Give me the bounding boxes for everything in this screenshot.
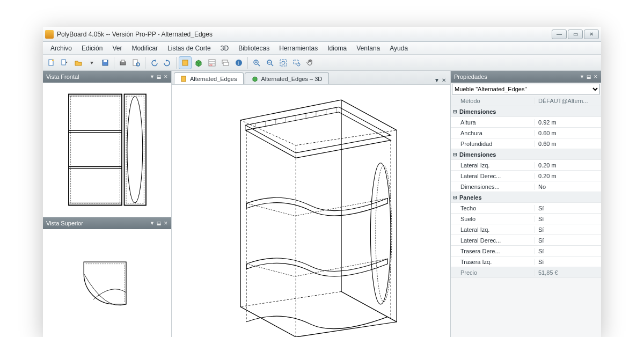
panel-vista-superior-title: Vista Superior xyxy=(46,220,83,226)
menubar: Archivo Edición Ver Modificar Listas de … xyxy=(43,42,601,55)
panel-dropdown-icon[interactable]: ▼ xyxy=(580,74,584,79)
collapse-icon[interactable]: ⊟ xyxy=(451,109,459,114)
vista-superior-viewport[interactable] xyxy=(43,229,171,337)
svg-rect-25 xyxy=(280,60,287,66)
prop-row-panel-lateral-der[interactable]: Lateral Derec...Sí xyxy=(451,235,601,246)
svg-point-42 xyxy=(376,165,392,302)
undo-button[interactable] xyxy=(148,56,160,69)
open-dropdown-button[interactable] xyxy=(85,56,98,69)
toolbar: 20 i xyxy=(43,55,601,71)
menu-edicion[interactable]: Edición xyxy=(77,43,107,53)
svg-rect-40 xyxy=(181,76,186,82)
prop-row-altura[interactable]: Altura0.92 m xyxy=(451,117,601,128)
print-button[interactable] xyxy=(116,56,129,69)
zoom-out-button[interactable] xyxy=(264,56,276,69)
menu-bibliotecas[interactable]: Bibliotecas xyxy=(234,43,274,53)
svg-rect-27 xyxy=(294,60,298,64)
maximize-button[interactable]: ▭ xyxy=(568,30,583,39)
zoom-fit-button[interactable] xyxy=(277,56,290,69)
prop-row-metodo[interactable]: MétodoDÉFAUT@Altern... xyxy=(451,96,601,106)
tab-dropdown-icon[interactable]: ▼ xyxy=(434,77,440,83)
document-tabs: Alternated_Edges Alternated_Edges – 3D ▼… xyxy=(172,71,450,85)
menu-idioma[interactable]: Idioma xyxy=(323,43,351,53)
prop-row-lateral-izq[interactable]: Lateral Izq.0.20 m xyxy=(451,160,601,171)
panel-vista-superior-header[interactable]: Vista Superior ▼⬓✕ xyxy=(43,217,171,229)
vista-frontal-viewport[interactable] xyxy=(43,83,171,217)
main-3d-viewport[interactable] xyxy=(172,85,450,337)
menu-modificar[interactable]: Modificar xyxy=(127,43,162,53)
tab-close-icon[interactable]: ✕ xyxy=(442,77,446,83)
panel-vista-frontal-header[interactable]: Vista Frontal ▼⬓✕ xyxy=(43,71,171,83)
menu-3d[interactable]: 3D xyxy=(216,43,233,53)
prop-row-techo[interactable]: TechoSí xyxy=(451,203,601,214)
print-preview-button[interactable] xyxy=(130,56,143,69)
pin-icon[interactable]: ⬓ xyxy=(157,221,162,226)
new-file-arrow-button[interactable] xyxy=(58,56,71,69)
menu-herramientas[interactable]: Herramientas xyxy=(275,43,322,53)
view-3d-button[interactable] xyxy=(192,56,205,69)
tab-label: Alternated_Edges – 3D xyxy=(261,76,322,82)
svg-rect-9 xyxy=(182,60,188,65)
collapse-icon[interactable]: ⊟ xyxy=(451,152,459,157)
view-2d-button[interactable] xyxy=(179,56,192,69)
prop-row-anchura[interactable]: Anchura0.60 m xyxy=(451,128,601,138)
zoom-window-button[interactable] xyxy=(290,56,303,69)
prop-row-suelo[interactable]: SueloSí xyxy=(451,214,601,224)
prop-row-dimensiones-flag[interactable]: Dimensiones...No xyxy=(451,181,601,192)
pin-icon[interactable]: ⬓ xyxy=(587,74,591,79)
panel-dropdown-icon[interactable]: ▼ xyxy=(150,74,155,79)
tab-alternated-edges[interactable]: Alternated_Edges xyxy=(174,72,244,84)
prop-group-paneles[interactable]: ⊟Paneles xyxy=(451,192,601,203)
zoom-in-button[interactable] xyxy=(250,56,263,69)
prop-group-dimensiones-2[interactable]: ⊟Dimensiones xyxy=(451,149,601,160)
close-button[interactable]: ✕ xyxy=(584,30,599,39)
window-title: PolyBoard 4.05k -- Versión Pro-PP - Alte… xyxy=(57,31,552,38)
new-file-button[interactable] xyxy=(45,56,58,69)
panel-propiedades-title: Propiedades xyxy=(454,74,487,80)
info-button[interactable]: i xyxy=(232,56,245,69)
svg-point-39 xyxy=(127,97,142,203)
open-button[interactable] xyxy=(72,56,85,69)
minimize-button[interactable]: — xyxy=(552,30,567,39)
pan-button[interactable] xyxy=(304,56,317,69)
prop-row-precio[interactable]: Precio51,85 € xyxy=(451,267,601,278)
panel-vista-frontal-title: Vista Frontal xyxy=(46,74,79,80)
prop-row-profundidad[interactable]: Profundidad0.60 m xyxy=(451,138,601,149)
svg-point-28 xyxy=(297,63,300,66)
tab-label: Alternated_Edges xyxy=(190,76,237,82)
svg-line-23 xyxy=(271,64,273,66)
prop-row-lateral-der[interactable]: Lateral Derec...0.20 m xyxy=(451,171,601,181)
prop-group-dimensiones[interactable]: ⊟Dimensiones xyxy=(451,106,601,117)
prop-row-trasera-izq[interactable]: Trasera Izq.Sí xyxy=(451,257,601,267)
menu-archivo[interactable]: Archivo xyxy=(46,43,76,53)
svg-rect-7 xyxy=(133,60,137,65)
menu-ver[interactable]: Ver xyxy=(108,43,126,53)
menu-ventana[interactable]: Ventana xyxy=(352,43,384,53)
collapse-icon[interactable]: ⊟ xyxy=(451,195,459,200)
menu-ayuda[interactable]: Ayuda xyxy=(385,43,412,53)
panel-close-icon[interactable]: ✕ xyxy=(164,74,168,79)
cut-list-button[interactable]: 20 xyxy=(206,56,218,69)
pin-icon[interactable]: ⬓ xyxy=(157,74,162,79)
tab-alternated-edges-3d[interactable]: Alternated_Edges – 3D xyxy=(245,72,329,84)
panel-propiedades-header[interactable]: Propiedades ▼⬓✕ xyxy=(451,71,601,83)
svg-rect-1 xyxy=(52,60,54,61)
svg-point-26 xyxy=(282,61,285,64)
svg-text:20: 20 xyxy=(209,63,213,67)
panel-close-icon[interactable]: ✕ xyxy=(164,221,168,226)
prop-row-panel-lateral-izq[interactable]: Lateral Izq.Sí xyxy=(451,224,601,235)
svg-text:i: i xyxy=(238,61,239,66)
svg-rect-29 xyxy=(69,94,122,205)
panel-dropdown-icon[interactable]: ▼ xyxy=(150,221,155,226)
labels-button[interactable] xyxy=(219,56,232,69)
redo-button[interactable] xyxy=(161,56,174,69)
app-icon xyxy=(45,30,54,39)
prop-row-trasera-der[interactable]: Trasera Dere...Sí xyxy=(451,246,601,257)
menu-listas-corte[interactable]: Listas de Corte xyxy=(163,43,215,53)
document-icon xyxy=(181,76,187,82)
svg-rect-38 xyxy=(126,96,144,203)
properties-selector[interactable]: Mueble "Alternated_Edges" xyxy=(452,84,600,94)
svg-line-19 xyxy=(258,64,260,66)
save-button[interactable] xyxy=(99,56,112,69)
panel-close-icon[interactable]: ✕ xyxy=(594,74,598,79)
